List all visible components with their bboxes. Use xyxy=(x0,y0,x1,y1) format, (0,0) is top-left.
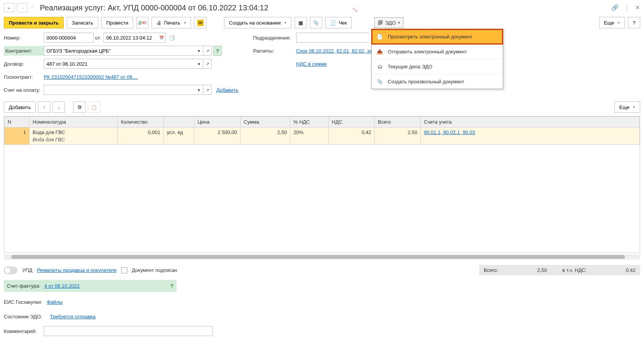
edo-button[interactable]: 🗐 ЭДО ▾ xyxy=(374,17,404,28)
col-vat-pct[interactable]: % НДС xyxy=(290,117,329,128)
table-add-button[interactable]: Добавить xyxy=(4,101,36,113)
help-button[interactable]: ? xyxy=(628,17,640,28)
dropdown-create-label: Создать произвольный документ xyxy=(388,79,464,84)
table-more-button[interactable]: Еще xyxy=(614,101,640,113)
col-accounts[interactable]: Счета учета xyxy=(421,117,640,128)
cell-qty[interactable]: 0,001 xyxy=(118,128,164,145)
check-button[interactable]: 🧾Чек xyxy=(325,17,352,28)
star-icon[interactable]: ☆ xyxy=(30,4,38,12)
total-value: 2,50 xyxy=(537,267,547,273)
cell-total[interactable]: 2,50 xyxy=(375,128,421,145)
dropdown-view-label: Просмотреть электронный документ xyxy=(388,34,473,40)
incl-vat-label: в т.ч. НДС: xyxy=(562,267,587,273)
contract-input[interactable] xyxy=(44,59,195,69)
goscontract-label: Госконтракт: xyxy=(4,74,44,80)
contract-open-button[interactable]: ↗ xyxy=(203,59,212,69)
eis-link[interactable]: Файлы xyxy=(47,299,63,305)
post-button[interactable]: Провести xyxy=(101,17,133,28)
invoice-help-icon[interactable]: ? xyxy=(170,283,173,289)
col-total[interactable]: Всего xyxy=(375,117,421,128)
table-row[interactable]: 1 Вода для ГВС Вода для ГВС 0,001 усл. е… xyxy=(5,128,640,145)
dropdown-current-label: Текущие дела ЭДО xyxy=(388,64,432,70)
nav-forward-button[interactable]: → xyxy=(17,3,28,12)
accounts-link[interactable]: 90.01.1, 90.02.1, 90.03 xyxy=(424,129,475,135)
copy-icon: ⧉ xyxy=(78,104,81,110)
nav-back-button[interactable]: ← xyxy=(4,3,15,12)
items-table: N Номенклатура Количество Цена Сумма % Н… xyxy=(4,116,640,145)
signed-checkbox[interactable] xyxy=(121,267,127,273)
cell-accounts[interactable]: 90.01.1, 90.02.1, 90.03 xyxy=(421,128,640,145)
calc-link[interactable]: Срок 06.10.2022, 62.01, 62.02, за xyxy=(296,48,372,54)
document-icon: 📄 xyxy=(376,33,383,40)
cell-price[interactable]: 2 500,00 xyxy=(194,128,240,145)
contractor-dropdown-button[interactable]: ▾ xyxy=(195,46,203,56)
division-input[interactable] xyxy=(296,33,369,43)
number-label: Номер: xyxy=(4,35,44,41)
comment-input[interactable] xyxy=(44,326,212,336)
check-label: Чек xyxy=(339,20,347,26)
col-unit[interactable] xyxy=(164,117,194,128)
edo-state-link[interactable]: Требуется отправка xyxy=(50,314,96,320)
cell-nomenclature[interactable]: Вода для ГВС Вода для ГВС xyxy=(30,128,118,145)
chevron-down-icon: ▾ xyxy=(198,62,200,66)
number-input[interactable] xyxy=(44,33,94,43)
cell-vat-pct[interactable]: 20% xyxy=(290,128,329,145)
attach-button[interactable]: 📎 xyxy=(310,17,322,28)
contractor-input[interactable] xyxy=(44,46,195,56)
cell-unit[interactable]: усл. ед xyxy=(164,128,194,145)
print-button[interactable]: 🖨Печать xyxy=(152,17,191,28)
contractor-help-button[interactable]: ? xyxy=(213,46,222,56)
invoice-pay-dropdown-button[interactable]: ▾ xyxy=(195,85,203,95)
col-sum[interactable]: Сумма xyxy=(240,117,290,128)
edo-label: ЭДО xyxy=(385,20,396,26)
upd-toggle[interactable] xyxy=(4,267,18,274)
vat-link[interactable]: НДС в сумме xyxy=(296,61,327,67)
copy-button[interactable]: ⧉ xyxy=(73,101,86,113)
dtkt-button[interactable]: ДтКт xyxy=(136,17,148,28)
link-icon[interactable]: 🔗 xyxy=(611,4,619,11)
contractor-label: Контрагент: xyxy=(4,46,44,56)
add-invoice-link[interactable]: Добавить xyxy=(216,87,238,93)
move-up-button[interactable]: ↑ xyxy=(38,101,50,113)
contractor-open-button[interactable]: ↗ xyxy=(203,46,212,56)
col-n[interactable]: N xyxy=(5,117,30,128)
cell-vat[interactable]: 0,42 xyxy=(329,128,375,145)
dropdown-view-edoc[interactable]: 📄 Просмотреть электронный документ xyxy=(372,29,503,44)
open-icon: ↗ xyxy=(206,49,209,53)
structure-button[interactable]: ▦ xyxy=(295,17,307,28)
goscontract-link[interactable]: РК 2310200471521000002 №487 от 06.... xyxy=(44,74,138,80)
list-icon: 🗂 xyxy=(376,63,383,70)
create-based-button[interactable]: Создать на основании xyxy=(224,17,292,28)
dropdown-create-doc[interactable]: 📎 Создать произвольный документ xyxy=(372,74,503,89)
dropdown-current-edo[interactable]: 🗂 Текущие дела ЭДО xyxy=(372,59,503,74)
cell-sum[interactable]: 2,50 xyxy=(240,128,290,145)
structure-icon: ▦ xyxy=(298,20,303,26)
write-button[interactable]: Записать xyxy=(67,17,98,28)
date-input[interactable] xyxy=(104,33,157,43)
more-button[interactable]: Еще xyxy=(599,17,625,28)
posted-icon: 📑 xyxy=(169,35,175,41)
dropdown-send-edoc[interactable]: 📤 Отправить электронный документ xyxy=(372,44,503,59)
horizontal-scrollbar[interactable] xyxy=(4,254,640,260)
mail-button[interactable]: ✉ xyxy=(194,17,206,28)
document-send-icon: 📤 xyxy=(376,48,383,55)
paste-icon: 📋 xyxy=(91,104,97,110)
print-label: Печать xyxy=(164,20,180,26)
kebab-icon[interactable]: ⋮ xyxy=(624,4,630,11)
contract-dropdown-button[interactable]: ▾ xyxy=(195,59,203,69)
col-vat[interactable]: НДС xyxy=(329,117,375,128)
invoice-pay-input[interactable] xyxy=(44,85,195,95)
division-label: Подразделение: xyxy=(253,35,296,41)
close-icon[interactable]: ✕ xyxy=(635,4,640,11)
move-down-button[interactable]: ↓ xyxy=(53,101,65,113)
post-close-button[interactable]: Провести и закрыть xyxy=(4,17,64,28)
col-nomenclature[interactable]: Номенклатура xyxy=(30,117,118,128)
invoice-link[interactable]: 4 от 06.10.2022 xyxy=(44,283,79,289)
requisites-link[interactable]: Реквизиты продавца и покупателя xyxy=(37,267,116,273)
col-qty[interactable]: Количество xyxy=(118,117,164,128)
invoice-pay-open-button[interactable]: ↗ xyxy=(203,85,212,95)
paste-button[interactable]: 📋 xyxy=(88,101,100,113)
table-empty-area xyxy=(4,145,640,252)
calendar-button[interactable]: 📅 xyxy=(157,33,166,43)
col-price[interactable]: Цена xyxy=(194,117,240,128)
